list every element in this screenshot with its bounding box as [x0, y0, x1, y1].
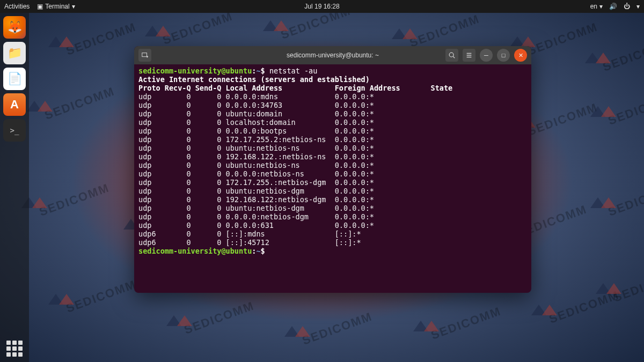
- minimize-button[interactable]: ─: [480, 49, 493, 62]
- close-button[interactable]: ✕: [514, 49, 527, 62]
- new-tab-button[interactable]: [138, 49, 151, 62]
- dock-app-office[interactable]: 📄: [3, 68, 26, 90]
- volume-icon[interactable]: 🔊: [609, 3, 617, 10]
- chevron-down-icon[interactable]: ▾: [636, 3, 640, 10]
- terminal-titlebar[interactable]: sedicomm-university@ubuntu: ~ ─ □ ✕: [134, 46, 531, 64]
- lang-indicator[interactable]: en ▾: [590, 3, 603, 10]
- top-bar: Activities ▣ Terminal ▾ Jul 19 16:28 en …: [0, 0, 644, 13]
- hamburger-icon: [465, 51, 473, 59]
- chevron-down-icon: ▾: [599, 3, 603, 10]
- terminal-menu[interactable]: ▣ Terminal ▾: [37, 3, 75, 10]
- hamburger-menu-button[interactable]: [463, 49, 475, 62]
- activities-button[interactable]: Activities: [4, 3, 30, 10]
- terminal-icon: ▣: [37, 3, 43, 10]
- dock-app-terminal[interactable]: >_: [3, 119, 26, 142]
- power-icon[interactable]: ⏻: [624, 3, 630, 10]
- maximize-button[interactable]: □: [497, 49, 510, 62]
- svg-line-4: [453, 56, 455, 58]
- dock-app-files[interactable]: 📁: [3, 42, 26, 64]
- svg-point-3: [449, 53, 453, 57]
- window-title: sedicomm-university@ubuntu: ~: [287, 51, 379, 59]
- dock-app-software[interactable]: A: [3, 93, 26, 116]
- clock[interactable]: Jul 19 16:28: [304, 3, 339, 10]
- lang-label: en: [590, 3, 597, 10]
- dock: 🦊 📁 📄 A >_: [0, 13, 29, 362]
- svg-rect-0: [142, 53, 147, 57]
- search-icon: [448, 51, 456, 59]
- dock-app-firefox[interactable]: 🦊: [3, 16, 26, 39]
- search-button[interactable]: [445, 49, 458, 62]
- terminal-menu-label: Terminal: [45, 3, 69, 10]
- terminal-window: sedicomm-university@ubuntu: ~ ─ □ ✕ sedi…: [134, 46, 531, 293]
- chevron-down-icon: ▾: [72, 3, 75, 10]
- show-applications-button[interactable]: [6, 341, 23, 357]
- terminal-body[interactable]: sedicomm-university@ubuntu:~$ netstat -a…: [134, 64, 531, 293]
- plus-tab-icon: [141, 51, 149, 59]
